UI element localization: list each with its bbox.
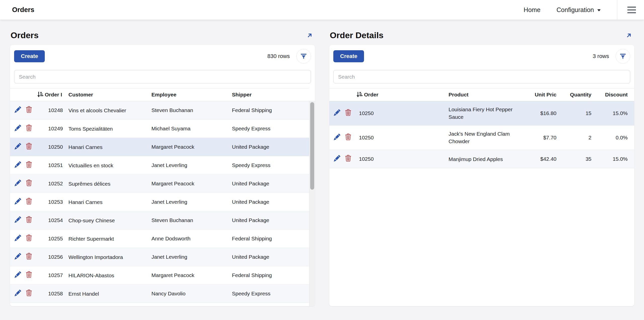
order-id-cell: 10251 bbox=[34, 156, 66, 175]
delete-button[interactable] bbox=[344, 109, 352, 116]
shipper-cell: United Package bbox=[230, 175, 309, 193]
customer-cell: Victuailles en stock bbox=[66, 156, 149, 175]
order-id-cell: 10258 bbox=[34, 285, 66, 303]
details-sort-header-order[interactable]: Order bbox=[353, 88, 447, 101]
scrollbar-thumb[interactable] bbox=[310, 102, 314, 190]
pencil-icon bbox=[15, 253, 21, 259]
delete-button[interactable] bbox=[25, 197, 33, 205]
pencil-icon bbox=[15, 125, 21, 131]
table-row[interactable]: 10251 Victuailles en stock Janet Leverli… bbox=[10, 156, 309, 175]
edit-button[interactable] bbox=[14, 161, 22, 168]
navbar-links: Home Configuration bbox=[524, 0, 644, 20]
order-id-cell: 10250 bbox=[353, 101, 447, 126]
table-row[interactable]: 10256 Wellington Importadora Janet Lever… bbox=[10, 248, 309, 266]
orders-sort-header-employee[interactable]: Employee bbox=[149, 88, 230, 101]
orders-expand-button[interactable] bbox=[305, 31, 314, 40]
delete-button[interactable] bbox=[25, 271, 33, 278]
delete-button[interactable] bbox=[25, 234, 33, 242]
table-row[interactable]: 10250 Jack's New England Clam Chowder $7… bbox=[329, 126, 634, 150]
menu-button[interactable] bbox=[626, 5, 637, 15]
orders-table-wrap: Order I Customer Employee Shipper 10248 bbox=[10, 88, 315, 306]
customer-cell: HILARION-Abastos bbox=[66, 266, 149, 285]
trash-icon bbox=[345, 134, 351, 140]
orders-panel-title: Orders bbox=[11, 30, 39, 40]
pencil-icon bbox=[334, 109, 340, 116]
order-details-filter-button[interactable] bbox=[616, 49, 630, 64]
pencil-icon bbox=[15, 271, 21, 278]
order-id-cell: 10256 bbox=[34, 248, 66, 266]
edit-button[interactable] bbox=[333, 133, 341, 141]
order-details-search-input[interactable] bbox=[333, 70, 630, 83]
delete-button[interactable] bbox=[25, 161, 33, 168]
trash-icon bbox=[26, 290, 32, 296]
vertical-scrollbar bbox=[309, 101, 315, 306]
table-row[interactable]: 10250 Manjimup Dried Apples $42.40 35 15… bbox=[329, 150, 634, 168]
table-row-selected[interactable]: 10250 Hanari Carnes Margaret Peacock Uni… bbox=[10, 138, 309, 156]
edit-button[interactable] bbox=[14, 216, 22, 223]
quantity-cell: 35 bbox=[560, 150, 595, 168]
table-row[interactable]: 10255 Richter Supermarkt Anne Dodsworth … bbox=[10, 230, 309, 248]
orders-sort-header-shipper[interactable]: Shipper bbox=[230, 88, 309, 101]
details-sort-header-unit-price[interactable]: Unit Pric bbox=[527, 88, 560, 101]
edit-button[interactable] bbox=[14, 234, 22, 242]
details-sort-header-product[interactable]: Product bbox=[447, 88, 527, 101]
edit-button[interactable] bbox=[14, 124, 22, 132]
table-row[interactable]: 10257 HILARION-Abastos Margaret Peacock … bbox=[10, 266, 309, 285]
table-row[interactable]: 10258 Ernst Handel Nancy Davolio Speedy … bbox=[10, 285, 309, 303]
discount-cell: 0.0% bbox=[595, 126, 634, 150]
order-details-expand-button[interactable] bbox=[625, 31, 633, 40]
edit-button[interactable] bbox=[14, 271, 22, 278]
shipper-cell: United Package bbox=[230, 248, 309, 266]
order-details-row-count: 3 rows bbox=[593, 53, 609, 60]
nav-configuration-label: Configuration bbox=[556, 6, 594, 14]
edit-button[interactable] bbox=[14, 252, 22, 260]
table-row[interactable]: 10253 Hanari Carnes Janet Leverling Unit… bbox=[10, 193, 309, 211]
nav-configuration-dropdown[interactable]: Configuration bbox=[556, 6, 601, 14]
employee-cell: Janet Leverling bbox=[149, 193, 230, 211]
orders-search-input[interactable] bbox=[14, 70, 311, 83]
orders-toolbar: Create 830 rows bbox=[10, 45, 315, 64]
orders-filter-button[interactable] bbox=[296, 49, 311, 64]
delete-button[interactable] bbox=[25, 142, 33, 150]
delete-button[interactable] bbox=[25, 216, 33, 223]
orders-sort-header-order[interactable]: Order I bbox=[34, 88, 66, 101]
edit-button[interactable] bbox=[14, 289, 22, 297]
edit-button[interactable] bbox=[333, 154, 341, 162]
trash-icon bbox=[26, 253, 32, 259]
delete-button[interactable] bbox=[25, 124, 33, 132]
table-row[interactable]: 10249 Toms Spezialitäten Michael Suyama … bbox=[10, 120, 309, 138]
table-row[interactable]: 10252 Suprêmes délices Margaret Peacock … bbox=[10, 175, 309, 193]
edit-button[interactable] bbox=[14, 106, 22, 113]
customer-cell: Suprêmes délices bbox=[66, 175, 149, 193]
orders-create-button[interactable]: Create bbox=[14, 50, 45, 62]
delete-button[interactable] bbox=[25, 179, 33, 187]
table-row[interactable]: 10259 Centro comercial Moctezuma Margare… bbox=[10, 303, 309, 306]
delete-button[interactable] bbox=[344, 133, 352, 141]
employee-cell: Janet Leverling bbox=[149, 156, 230, 175]
table-row[interactable]: 10248 Vins et alcools Chevalier Steven B… bbox=[10, 101, 309, 120]
customer-cell: Richter Supermarkt bbox=[66, 230, 149, 248]
shipper-cell: Speedy Express bbox=[230, 120, 309, 138]
app-brand: Orders bbox=[12, 6, 34, 14]
orders-sort-header-customer[interactable]: Customer bbox=[66, 88, 149, 101]
edit-button[interactable] bbox=[14, 197, 22, 205]
edit-button[interactable] bbox=[14, 142, 22, 150]
edit-button[interactable] bbox=[14, 179, 22, 187]
sort-amount-icon bbox=[36, 91, 43, 98]
nav-home-link[interactable]: Home bbox=[524, 6, 541, 14]
order-details-create-button[interactable]: Create bbox=[333, 50, 364, 62]
delete-button[interactable] bbox=[25, 106, 33, 113]
orders-panel-header: Orders bbox=[11, 30, 314, 40]
customer-cell: Vins et alcools Chevalier bbox=[66, 101, 149, 120]
table-row[interactable]: 10254 Chop-suey Chinese Steven Buchanan … bbox=[10, 211, 309, 230]
delete-button[interactable] bbox=[25, 289, 33, 297]
order-details-panel-title: Order Details bbox=[330, 30, 384, 40]
details-sort-header-discount[interactable]: Discount bbox=[595, 88, 634, 101]
edit-button[interactable] bbox=[333, 109, 341, 116]
order-details-panel: Order Details Create 3 rows bbox=[329, 20, 634, 306]
delete-button[interactable] bbox=[25, 252, 33, 260]
details-sort-header-quantity[interactable]: Quantity bbox=[560, 88, 595, 101]
order-id-cell: 10257 bbox=[34, 266, 66, 285]
table-row-selected[interactable]: 10250 Louisiana Fiery Hot Pepper Sauce $… bbox=[329, 101, 634, 126]
delete-button[interactable] bbox=[344, 154, 352, 162]
